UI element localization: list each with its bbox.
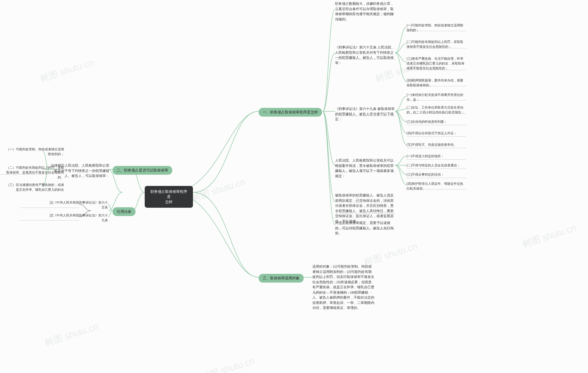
b1-c3-l1[interactable]: (一)不得进入特定的场所； bbox=[407, 154, 466, 159]
b4-l2[interactable]: [2]《中华人民共和国刑事诉讼法》第六十九条 bbox=[48, 213, 108, 223]
b1-c3-l4[interactable]: (四)将护照等出入境证件、驾驶证件交执行机关保存。 bbox=[407, 181, 466, 191]
b1-c0[interactable]: 职务侵占数额较大，涉嫌职务侵占罪，立案后符合条件可以办理取保候审，取保候审期间应… bbox=[335, 1, 395, 22]
root-line2: 怎样 bbox=[150, 200, 188, 204]
branch-1[interactable]: 一、职务侵占取保候审程序是怎样 bbox=[259, 108, 322, 117]
b1-c2-l4[interactable]: (四)不得以任何形式干扰证人作证； bbox=[407, 131, 466, 136]
b1-c3-l2[interactable]: (二)不得与特定的人员会见或者通信； bbox=[407, 163, 466, 168]
b1-c2-l1[interactable]: (一)未经执行机关批准不得离开所居住的市、县； bbox=[407, 92, 466, 102]
b1-c3[interactable]: 人民法院、人民检察院和公安机关可以根据案件情况，责令被取保候审的犯罪嫌疑人、被告… bbox=[335, 158, 395, 179]
b1-c2-l3[interactable]: (三)在传讯的时候及时到案； bbox=[407, 119, 466, 124]
b1-c1-l4[interactable]: (四)羁押期限届满，案件尚未办结，需要采取取保候审的。 bbox=[407, 78, 466, 88]
b1-c1-l3[interactable]: (三)患有严重疾病、生活不能自理，怀孕或者正在哺乳自己婴儿的妇女，采取取保候审不… bbox=[407, 56, 466, 71]
b1-c2-l2[interactable]: (二)住址、工作单位和联系方式发生变动的，在二十四小时以内向执行机关报告； bbox=[407, 105, 466, 115]
b1-c1-l2[interactable]: (二)可能判处有期徒刑以上刑罚，采取取保候审不致发生社会危险性的； bbox=[407, 40, 466, 49]
b1-c2[interactable]: 《刑事诉讼法》第六十九条 被取保候审的犯罪嫌疑人、被告人应当遵守以下规定： bbox=[335, 106, 395, 122]
connector-layer-2 bbox=[0, 0, 588, 373]
b2-l2[interactable]: （二）可能判处有期徒刑以上刑罚，采取取保候审、监视居住不致发生社会危险性的。 bbox=[3, 165, 64, 180]
root-node[interactable]: 职务侵占取保候审程序是 怎样 bbox=[145, 186, 193, 208]
b2-l3[interactable]: （三）应当逮捕但患有严重疾病的，或者是正在怀孕、哺乳自己婴儿的妇女 bbox=[3, 182, 64, 192]
b4-l1[interactable]: [1]《中华人民共和国刑事诉讼法》第六十五条 bbox=[48, 200, 108, 210]
b1-c3-l3[interactable]: (三)不得从事特定的活动； bbox=[407, 172, 466, 177]
b1-c1-l1[interactable]: (一)可能判处管制、拘役或者独立适用附加刑的； bbox=[407, 23, 466, 33]
b1-c1[interactable]: 《刑事诉讼法》第六十五条 人民法院、人民检察院和公安机关对有下列情形之一的犯罪嫌… bbox=[335, 45, 395, 65]
b3-leaf[interactable]: 适用的对象：(1)可能判处管制、拘役或者独立适用附加刑的；(2)可能判处有期徒刑… bbox=[312, 264, 374, 311]
branch-3[interactable]: 三、取保候审适用对象 bbox=[259, 274, 304, 282]
b1-c2-l5[interactable]: (五)不得毁灭、伪造证据或者串供。 bbox=[407, 142, 466, 147]
root-line1: 职务侵占取保候审程序是 bbox=[150, 189, 188, 200]
branch-2[interactable]: 二、职务侵占是否可以取保候审 bbox=[113, 166, 172, 175]
b1-c5[interactable]: 对违反取保候审规定，需要予以逮捕的，可以对犯罪嫌疑人、被告人先行拘留。 bbox=[335, 220, 395, 236]
b2-l1[interactable]: （一）可能判处管制、拘役或者独立适用附加刑的； bbox=[3, 147, 64, 157]
branch-4[interactable]: 引用法条 bbox=[113, 207, 136, 216]
b1-c4[interactable]: 被取保候审的犯罪嫌疑人、被告人违反前两款规定，已交纳保证金的，没收部分或者全部保… bbox=[335, 193, 395, 224]
